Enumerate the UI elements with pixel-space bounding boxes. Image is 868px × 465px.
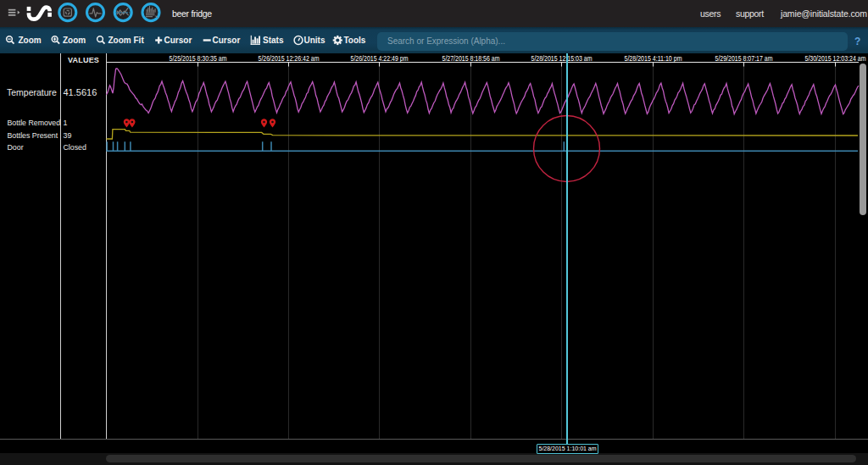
svg-text:5/27/2015 8:18:56 am: 5/27/2015 8:18:56 am <box>442 54 500 63</box>
svg-text:5/29/2015 8:07:17 am: 5/29/2015 8:07:17 am <box>715 54 773 63</box>
svg-text:5/26/2015 12:26:42 am: 5/26/2015 12:26:42 am <box>259 54 320 63</box>
svg-text:5/28/2015 12:15:03 am: 5/28/2015 12:15:03 am <box>531 54 593 63</box>
svg-text:5/30/2015 12:03:24 am: 5/30/2015 12:03:24 am <box>805 54 866 63</box>
svg-text:5/26/2015 4:22:49 pm: 5/26/2015 4:22:49 pm <box>351 54 409 63</box>
svg-text:5/25/2015 8:30:35 am: 5/25/2015 8:30:35 am <box>170 54 227 63</box>
svg-text:5/28/2015 4:11:10 pm: 5/28/2015 4:11:10 pm <box>625 54 682 63</box>
